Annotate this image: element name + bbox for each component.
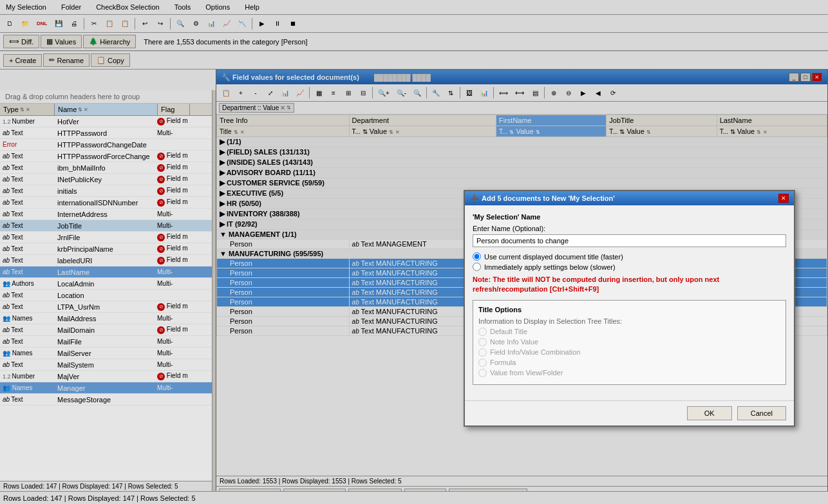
modal-radio-1[interactable]: Use current displayed document title (fa… <box>473 252 786 261</box>
modal-enter-label: Enter Name (Optional): <box>473 225 786 232</box>
modal-body: 'My Selection' Name Enter Name (Optional… <box>465 205 794 400</box>
modal-option-1: Default Title <box>478 328 780 336</box>
modal-group-label: Information to Display in Selection Tree… <box>478 317 780 325</box>
modal-title: ➕ Add 5 documents to New 'My Selection' <box>470 194 615 203</box>
modal-name-input[interactable] <box>473 234 786 247</box>
modal-footer: OK Cancel <box>465 400 794 425</box>
modal-option-2: Note Info Value <box>478 338 780 346</box>
radio-slower[interactable] <box>473 263 481 271</box>
modal-radio-2[interactable]: Immediately apply settings below (slower… <box>473 263 786 271</box>
modal-titlebar: ➕ Add 5 documents to New 'My Selection' … <box>465 191 794 205</box>
modal-group-title: Title Options <box>478 306 780 313</box>
modal-title-options-box: Title Options Information to Display in … <box>473 300 786 385</box>
radio-formula <box>478 359 487 367</box>
modal-option-4: Formula <box>478 359 780 367</box>
modal-radio-group: Use current displayed document title (fa… <box>473 252 786 271</box>
radio-default-title <box>478 328 487 336</box>
modal-icon: ➕ <box>470 194 479 203</box>
modal-section-label: 'My Selection' Name <box>473 213 786 221</box>
radio-note-info <box>478 338 487 346</box>
radio-field-info <box>478 348 487 357</box>
radio-faster[interactable] <box>473 252 481 261</box>
modal-option-5: Value from View/Folder <box>478 369 780 377</box>
radio-value-view <box>478 369 487 377</box>
modal-note: Note: The title will NOT be computed dur… <box>473 275 786 295</box>
modal-cancel-button[interactable]: Cancel <box>737 406 786 420</box>
modal-overlay: ➕ Add 5 documents to New 'My Selection' … <box>0 0 828 504</box>
modal-close-button[interactable]: ✕ <box>778 194 789 203</box>
modal-ok-button[interactable]: OK <box>687 406 732 420</box>
modal-dialog: ➕ Add 5 documents to New 'My Selection' … <box>464 190 795 427</box>
modal-option-3: Field Info/Value Combination <box>478 348 780 357</box>
